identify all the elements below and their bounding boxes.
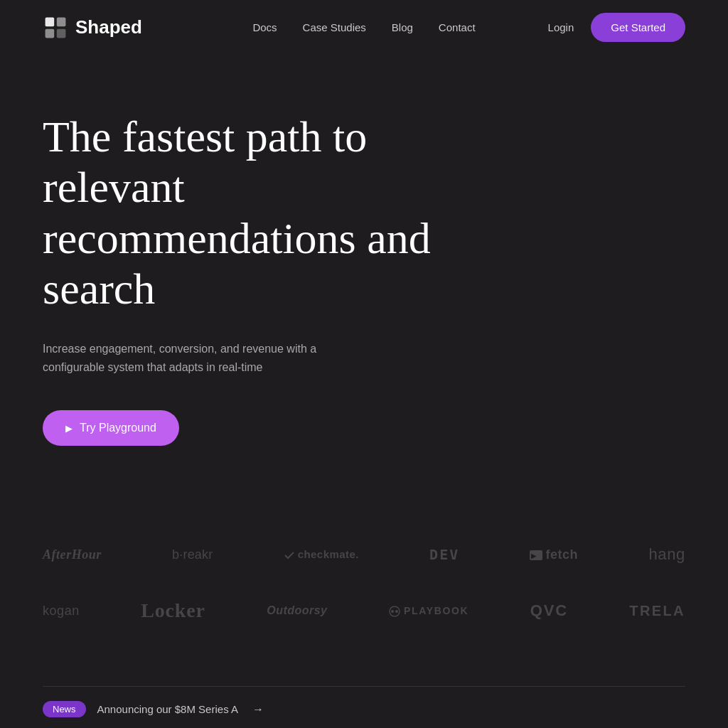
news-text: Announcing our $8M Series A — [97, 703, 238, 715]
logo-afterhour: AfterHour — [43, 547, 102, 562]
checkmate-icon — [284, 550, 295, 561]
try-playground-label: Try Playground — [80, 422, 156, 434]
svg-point-7 — [391, 610, 394, 613]
hero-title: The fastest path to relevant recommendat… — [43, 112, 455, 314]
logo-locker: Locker — [141, 599, 205, 622]
play-icon: ▶ — [65, 423, 73, 434]
svg-rect-2 — [46, 28, 55, 38]
svg-rect-1 — [57, 17, 66, 26]
hero-section: The fastest path to relevant recommendat… — [0, 55, 728, 488]
logo-checkmate: checkmate. — [284, 548, 359, 561]
navbar: Shaped Docs Case Studies Blog Contact Lo… — [0, 0, 728, 55]
logos-section: AfterHour b·reakr checkmate. DEV ▶fetch … — [0, 488, 728, 686]
logo-icon — [43, 15, 68, 41]
svg-text:▶: ▶ — [531, 552, 537, 560]
logo-kogan: kogan — [43, 604, 80, 619]
logo-hang: hang — [648, 545, 685, 564]
logos-row-2: kogan Locker Outdoorsy PLAYBOOK QVC TREL… — [43, 599, 685, 622]
logo-text: Shaped — [75, 16, 142, 38]
logo-dev: DEV — [429, 546, 459, 563]
nav-right: Login Get Started — [548, 13, 685, 42]
nav-contact[interactable]: Contact — [439, 21, 476, 33]
news-badge: News — [43, 701, 86, 717]
playbook-icon — [389, 606, 400, 617]
logos-row-1: AfterHour b·reakr checkmate. DEV ▶fetch … — [43, 545, 685, 564]
login-link[interactable]: Login — [548, 21, 574, 33]
svg-point-8 — [395, 610, 398, 613]
nav-links: Docs Case Studies Blog Contact — [252, 21, 475, 33]
news-bar: News Announcing our $8M Series A → — [0, 687, 728, 728]
logo-qvc: QVC — [530, 601, 568, 620]
logo-fetch: ▶fetch — [530, 547, 578, 562]
get-started-button[interactable]: Get Started — [591, 13, 685, 42]
hero-subtitle: Increase engagement, conversion, and rev… — [43, 340, 341, 376]
logo-link[interactable]: Shaped — [43, 15, 142, 41]
logo-playbook: PLAYBOOK — [389, 605, 469, 617]
logo-outdoorsy: Outdoorsy — [267, 604, 327, 617]
svg-rect-3 — [57, 28, 66, 38]
svg-rect-0 — [46, 17, 55, 26]
nav-blog[interactable]: Blog — [392, 21, 413, 33]
fetch-icon: ▶ — [530, 550, 542, 560]
nav-docs[interactable]: Docs — [252, 21, 277, 33]
nav-case-studies[interactable]: Case Studies — [303, 21, 366, 33]
news-arrow[interactable]: → — [252, 703, 264, 716]
try-playground-button[interactable]: ▶ Try Playground — [43, 410, 179, 446]
logo-breakr: b·reakr — [172, 547, 213, 562]
logo-trela: TRELA — [629, 603, 685, 619]
